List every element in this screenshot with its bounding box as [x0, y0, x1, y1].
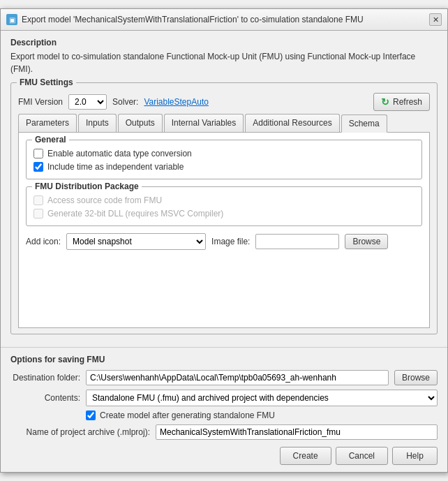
dialog-title: Export model 'MechanicalSystemWithTransl… [22, 15, 425, 24]
archive-row: Name of project archive (.mlproj): [10, 424, 438, 440]
add-icon-row: Add icon: Model snapshot Custom image No… [26, 233, 422, 250]
tab-internal-variables[interactable]: Internal Variables [164, 114, 244, 132]
include-time-row: Include time as independent variable [33, 162, 415, 172]
archive-label: Name of project archive (.mlproj): [10, 427, 150, 437]
description-text: Export model to co-simulation standalone… [10, 50, 438, 75]
tab-outputs[interactable]: Outputs [118, 114, 163, 132]
enable-conversion-row: Enable automatic data type conversion [33, 149, 415, 158]
cancel-button[interactable]: Cancel [336, 447, 388, 465]
create-model-label: Create model after generating standalone… [100, 410, 275, 420]
tabs-container: Parameters Inputs Outputs Internal Varia… [18, 114, 430, 133]
destination-label: Destination folder: [10, 373, 80, 383]
contents-label: Contents: [10, 393, 80, 403]
options-label: Options for saving FMU [10, 355, 438, 364]
destination-row: Destination folder: Browse [10, 370, 438, 385]
include-time-checkbox[interactable] [33, 162, 43, 172]
include-time-label: Include time as independent variable [47, 162, 184, 172]
help-button[interactable]: Help [392, 447, 438, 465]
fmu-settings-group: FMU Settings FMI Version 2.0 Solver: Var… [10, 82, 438, 334]
refresh-label: Refresh [393, 97, 422, 107]
image-file-label: Image file: [211, 237, 250, 246]
add-icon-select[interactable]: Model snapshot Custom image None [66, 233, 206, 250]
title-bar: ▣ Export model 'MechanicalSystemWithTran… [1, 9, 447, 31]
dialog-icon: ▣ [6, 14, 17, 25]
tab-content-schema: General Enable automatic data type conve… [18, 133, 430, 328]
create-model-row: Create model after generating standalone… [10, 410, 438, 420]
dialog-body: Description Export model to co-simulatio… [1, 31, 447, 347]
access-source-row: Access source code from FMU [33, 195, 415, 205]
refresh-button[interactable]: ↻ Refresh [373, 93, 430, 111]
solver-link[interactable]: VariableStepAuto [144, 97, 209, 107]
generate-dll-label: Generate 32-bit DLL (requires MSVC Compi… [47, 209, 223, 219]
tab-parameters[interactable]: Parameters [18, 114, 77, 132]
fmu-settings-label: FMU Settings [17, 77, 76, 87]
general-label: General [32, 135, 69, 145]
bottom-section: Options for saving FMU Destination folde… [1, 347, 447, 472]
close-button[interactable]: ✕ [429, 13, 442, 26]
contents-select[interactable]: Standalone FMU (.fmu) and archived proje… [86, 390, 438, 406]
solver-label: Solver: [112, 97, 138, 107]
fmu-dist-label: FMU Distribution Package [32, 182, 142, 191]
create-model-checkbox[interactable] [86, 410, 96, 420]
destination-input[interactable] [86, 370, 389, 385]
generate-dll-checkbox[interactable] [33, 209, 43, 219]
tab-inputs[interactable]: Inputs [78, 114, 117, 132]
fmi-version-select[interactable]: 2.0 [68, 94, 107, 110]
image-browse-button[interactable]: Browse [345, 234, 388, 249]
image-file-input[interactable] [255, 234, 339, 249]
archive-input[interactable] [156, 424, 438, 440]
generate-dll-row: Generate 32-bit DLL (requires MSVC Compi… [33, 209, 415, 219]
fmu-dist-group: FMU Distribution Package Access source c… [26, 186, 422, 226]
contents-row: Contents: Standalone FMU (.fmu) and arch… [10, 390, 438, 406]
enable-conversion-checkbox[interactable] [33, 149, 43, 158]
access-source-checkbox[interactable] [33, 195, 43, 205]
fmi-version-label: FMI Version [18, 97, 63, 107]
enable-conversion-label: Enable automatic data type conversion [47, 149, 192, 158]
tab-schema[interactable]: Schema [341, 114, 387, 133]
add-icon-label: Add icon: [26, 237, 61, 246]
description-label: Description [10, 38, 438, 47]
access-source-label: Access source code from FMU [47, 195, 162, 205]
refresh-icon: ↻ [381, 96, 389, 108]
export-dialog: ▣ Export model 'MechanicalSystemWithTran… [0, 8, 448, 473]
general-group: General Enable automatic data type conve… [26, 140, 422, 179]
fmu-settings-row: FMI Version 2.0 Solver: VariableStepAuto… [18, 93, 430, 111]
action-buttons: Create Cancel Help [10, 447, 438, 465]
destination-browse-button[interactable]: Browse [394, 370, 438, 385]
create-button[interactable]: Create [280, 447, 331, 465]
tab-additional-resources[interactable]: Additional Resources [245, 114, 339, 132]
